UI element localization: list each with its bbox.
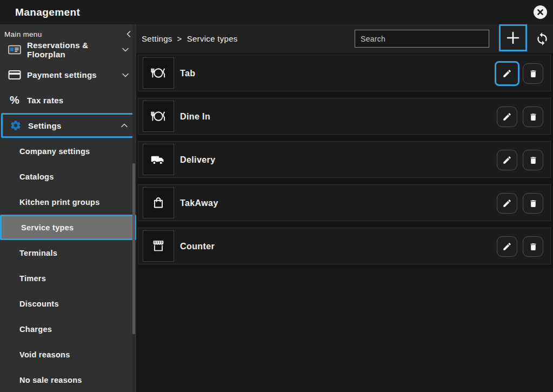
sidebar-item-label: Settings [28,121,121,130]
sidebar-item-label: Reservations & Floorplan [27,41,122,59]
trash-icon [529,112,538,122]
service-type-row: Tab [138,55,551,91]
submenu-item-terminals[interactable]: Terminals [0,240,136,265]
submenu-item-timers[interactable]: Timers [0,265,136,291]
edit-button[interactable] [497,107,517,127]
service-type-tile [143,230,174,262]
delete-button[interactable] [523,107,543,127]
service-type-name: Dine In [180,98,210,135]
sidebar-item-reservations[interactable]: Reservations & Floorplan [0,37,136,62]
pencil-icon [502,198,512,208]
breadcrumb-settings[interactable]: Settings [142,34,172,43]
credit-card-icon [8,70,22,80]
submenu-item-service-types[interactable]: Service types [0,215,136,240]
sidebar-item-label: Tax rates [27,96,129,105]
trash-icon [529,69,538,78]
management-window: Management Main menu Reservations [0,0,553,392]
service-type-tile [143,187,174,218]
pencil-icon [502,242,512,251]
dine-in-plate-icon [149,107,168,125]
delete-button[interactable] [523,193,543,214]
sidebar-item-payment-settings[interactable]: Payment settings [0,62,136,88]
chevron-up-icon [121,123,128,128]
service-type-tile [143,57,174,89]
submenu-item-void-reasons[interactable]: Void reasons [0,342,136,367]
service-type-name: TakAway [180,185,218,222]
top-bar: Management [0,0,553,24]
refresh-button[interactable] [534,31,550,47]
sidebar-item-label: Payment settings [27,70,122,79]
edit-button[interactable] [497,236,517,257]
edit-button-highlight [495,61,519,86]
breadcrumb: Settings > Service types [142,24,238,53]
trash-icon [529,156,538,165]
service-type-name: Tab [180,55,195,92]
add-button-highlight [499,24,527,51]
service-type-tile [143,144,174,175]
main-header: Settings > Service types [136,24,553,53]
submenu-item-catalogs[interactable]: Catalogs [0,164,136,189]
edit-button[interactable] [497,193,517,214]
trash-icon [529,199,538,208]
close-icon [537,9,543,15]
service-type-row: Counter [138,228,551,264]
edit-button[interactable] [497,63,517,84]
service-types-list: Tab [136,53,553,392]
service-type-tile [143,101,174,132]
pencil-icon [502,69,512,78]
sidebar-item-tax-rates[interactable]: % Tax rates [0,88,136,113]
chevron-down-icon [122,48,129,52]
settings-submenu: Company settings Catalogs Kitchen print … [0,138,136,392]
submenu-item-no-sale-reasons[interactable]: No sale reasons [0,367,136,392]
breadcrumb-separator: > [177,34,182,43]
submenu-item-kitchen-print-groups[interactable]: Kitchen print groups [0,189,136,215]
service-type-name: Counter [180,228,215,265]
delivery-truck-icon [149,150,168,169]
reservations-card-icon [8,44,22,55]
sidebar: Main menu Reservations & Floorplan [0,24,136,392]
chevron-down-icon [122,73,129,77]
service-type-name: Delivery [180,142,215,178]
submenu-item-company-settings[interactable]: Company settings [0,138,136,164]
add-button[interactable] [502,27,524,49]
delete-button[interactable] [523,63,543,84]
sidebar-scrollbar-thumb[interactable] [132,163,135,334]
sidebar-item-settings[interactable]: Settings [1,113,135,138]
service-type-row: Dine In [138,98,551,135]
service-type-row: Delivery [138,141,551,178]
plus-icon [505,30,521,45]
close-button[interactable] [534,5,547,19]
service-type-row: TakAway [138,184,551,221]
refresh-icon [535,32,549,46]
percent-icon: % [8,94,22,107]
submenu-item-discounts[interactable]: Discounts [0,291,136,316]
delete-button[interactable] [523,150,543,170]
delete-button[interactable] [523,236,543,257]
breadcrumb-service-types[interactable]: Service types [187,34,238,43]
trash-icon [529,242,538,251]
submenu-item-charges[interactable]: Charges [0,316,136,342]
pencil-icon [502,155,512,165]
window-title: Management [15,0,80,24]
dine-in-plate-icon [149,64,168,82]
search-input[interactable] [355,30,489,48]
counter-storefront-icon [149,237,168,255]
pencil-icon [502,112,512,122]
gear-icon [9,119,23,131]
takeaway-bag-icon [149,194,168,212]
edit-button[interactable] [497,150,517,170]
